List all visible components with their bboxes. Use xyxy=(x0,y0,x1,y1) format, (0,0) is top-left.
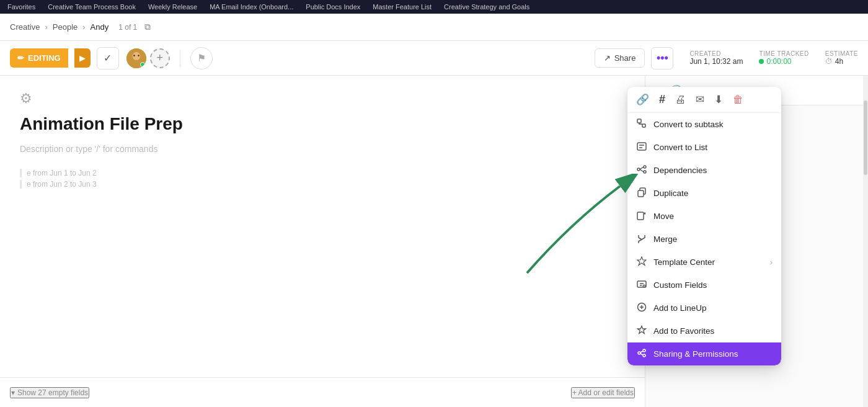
svg-point-3 xyxy=(133,55,135,56)
svg-point-9 xyxy=(637,168,640,171)
convert-list-icon xyxy=(636,141,647,153)
svg-point-11 xyxy=(644,171,646,173)
menu-item-add-lineup[interactable]: Add to LineUp xyxy=(627,297,781,320)
move-icon xyxy=(636,210,647,222)
toolbar: ✏ EDITING ▶ ✓ + ⚑ xyxy=(0,41,868,76)
task-description[interactable]: Description or type '/' for commands xyxy=(20,144,625,154)
ctx-print-icon[interactable]: 🖨 xyxy=(675,94,686,106)
estimate-icon: ⏱ xyxy=(825,57,833,66)
nav-public-docs[interactable]: Public Docs Index xyxy=(306,3,360,11)
bottom-bar: ▾ Show 27 empty fields + Add or edit fie… xyxy=(0,377,645,407)
more-options-button[interactable]: ••• xyxy=(651,47,673,69)
nav-master-feature[interactable]: Master Feature List xyxy=(373,3,432,11)
svg-point-22 xyxy=(643,354,645,357)
breadcrumb-bar: Creative › People › Andy 1 of 1 ⧉ xyxy=(0,14,868,41)
breadcrumb-creative[interactable]: Creative xyxy=(10,22,40,32)
sharing-icon xyxy=(636,348,647,360)
context-menu-icon-row: 🔗 # 🖨 ✉ ⬇ 🗑 xyxy=(627,87,781,113)
add-edit-fields-button[interactable]: + Add or edit fields xyxy=(571,387,635,398)
editing-label: EDITING xyxy=(28,53,61,63)
svg-point-21 xyxy=(643,349,645,352)
editing-dropdown-button[interactable]: ▶ xyxy=(74,48,91,68)
flag-icon: ⚑ xyxy=(197,52,206,64)
duplicate-label: Duplicate xyxy=(653,189,773,198)
svg-point-10 xyxy=(644,166,646,168)
chevron-down-icon: ▾ xyxy=(11,388,15,397)
editing-button[interactable]: ✏ EDITING xyxy=(10,48,68,68)
created-label: CREATED xyxy=(689,50,721,57)
menu-item-custom-fields[interactable]: Custom Fields xyxy=(627,274,781,297)
svg-rect-14 xyxy=(637,212,644,220)
merge-icon xyxy=(636,233,647,245)
add-favorites-label: Add to Favorites xyxy=(653,326,773,336)
breadcrumb-sep-1: › xyxy=(45,22,47,32)
svg-marker-15 xyxy=(637,257,646,266)
flag-button[interactable]: ⚑ xyxy=(190,47,213,69)
share-label: Share xyxy=(614,53,636,63)
avatar-group: + xyxy=(125,47,170,69)
svg-point-4 xyxy=(138,55,140,56)
breadcrumb-andy[interactable]: Andy xyxy=(91,22,109,32)
menu-item-template-center[interactable]: Template Center › xyxy=(627,251,781,274)
svg-rect-13 xyxy=(638,190,644,197)
add-favorites-icon xyxy=(636,325,647,337)
scroll-thumb xyxy=(864,101,867,175)
ctx-hash-icon[interactable]: # xyxy=(659,93,665,106)
task-title[interactable]: Animation File Prep xyxy=(20,114,625,134)
menu-item-convert-list[interactable]: Convert to List xyxy=(627,136,781,159)
editing-pencil-icon: ✏ xyxy=(17,53,24,63)
template-center-icon xyxy=(636,256,647,268)
check-icon: ✓ xyxy=(104,52,112,64)
breadcrumb-people[interactable]: People xyxy=(53,22,78,32)
ctx-trash-icon[interactable]: 🗑 xyxy=(733,94,743,106)
nav-weekly-release[interactable]: Weekly Release xyxy=(148,3,197,11)
svg-marker-19 xyxy=(638,326,646,334)
arrow-pointer xyxy=(521,174,645,285)
menu-item-dependencies[interactable]: Dependencies xyxy=(627,159,781,182)
time-tracked-value[interactable]: 0:00:00 xyxy=(759,57,791,66)
menu-item-add-favorites[interactable]: Add to Favorites xyxy=(627,320,781,342)
menu-item-duplicate[interactable]: Duplicate xyxy=(627,182,781,205)
check-button[interactable]: ✓ xyxy=(97,47,119,69)
toolbar-divider xyxy=(180,50,180,67)
template-center-arrow: › xyxy=(770,257,773,267)
task-area: ⚙ Animation File Prep Description or typ… xyxy=(0,76,645,407)
share-button[interactable]: ↗ Share xyxy=(595,48,645,68)
settings-icon: ⚙ xyxy=(20,91,32,106)
menu-item-move[interactable]: Move xyxy=(627,205,781,228)
dependencies-icon xyxy=(636,164,647,176)
copy-link-icon[interactable]: ⧉ xyxy=(144,22,151,32)
convert-list-label: Convert to List xyxy=(653,143,773,152)
top-nav: Favorites Creative Team Process Book Wee… xyxy=(0,0,868,14)
menu-item-convert-subtask[interactable]: Convert to subtask xyxy=(627,113,781,136)
show-empty-fields-button[interactable]: ▾ Show 27 empty fields xyxy=(10,387,89,398)
more-dots-icon: ••• xyxy=(657,51,668,65)
ctx-mail-icon[interactable]: ✉ xyxy=(696,93,704,106)
online-status-dot xyxy=(140,62,145,67)
menu-item-merge[interactable]: Merge xyxy=(627,228,781,251)
avatar[interactable] xyxy=(125,47,148,69)
nav-ma-email[interactable]: MA Email Index (Onboard... xyxy=(210,3,293,11)
nav-creative-process[interactable]: Creative Team Process Book xyxy=(48,3,136,11)
add-lineup-label: Add to LineUp xyxy=(653,303,773,313)
svg-rect-6 xyxy=(637,119,641,123)
custom-fields-label: Custom Fields xyxy=(653,280,773,290)
sharing-label: Sharing & Permissions xyxy=(653,349,773,359)
task-footnote-2: e from Jun 2 to Jun 3 xyxy=(20,180,625,189)
context-menu: 🔗 # 🖨 ✉ ⬇ 🗑 Convert to subtask Convert t… xyxy=(627,87,781,365)
scroll-track xyxy=(863,76,868,407)
add-member-button[interactable]: + xyxy=(150,48,170,68)
ctx-download-icon[interactable]: ⬇ xyxy=(714,93,723,106)
nav-creative-strategy[interactable]: Creative Strategy and Goals xyxy=(444,3,529,11)
menu-item-sharing[interactable]: Sharing & Permissions xyxy=(627,342,781,365)
svg-point-20 xyxy=(638,352,640,354)
nav-favorites[interactable]: Favorites xyxy=(7,3,35,11)
convert-subtask-label: Convert to subtask xyxy=(653,120,773,129)
breadcrumb-count: 1 of 1 xyxy=(118,23,137,32)
ctx-link-icon[interactable]: 🔗 xyxy=(636,93,649,106)
estimate-label: ESTIMATE xyxy=(825,50,858,57)
svg-rect-7 xyxy=(642,124,645,127)
convert-subtask-icon xyxy=(636,119,647,130)
estimate-value[interactable]: ⏱ 4h xyxy=(825,57,843,66)
estimate-meta: ESTIMATE ⏱ 4h xyxy=(825,50,858,66)
